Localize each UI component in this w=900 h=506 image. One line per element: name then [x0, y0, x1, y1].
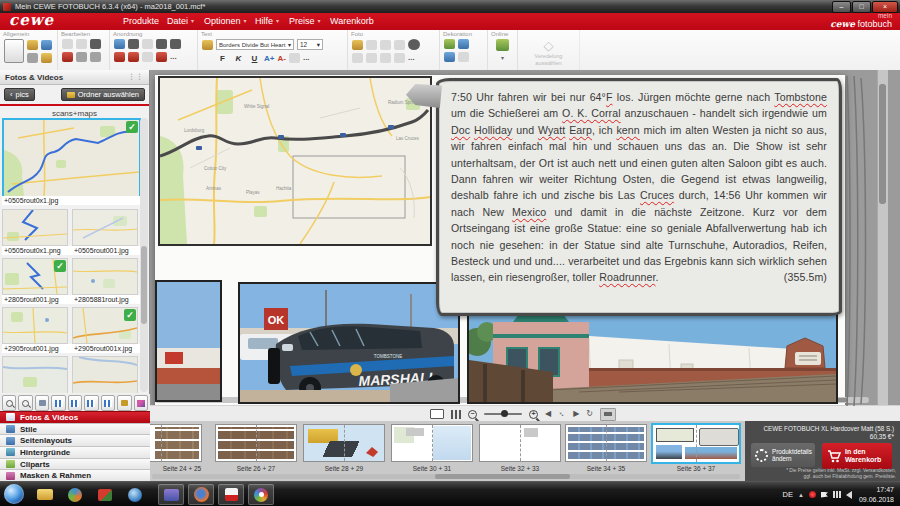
overview-grid-icon[interactable] [451, 410, 461, 419]
menu-datei[interactable]: Datei▾ [167, 16, 194, 26]
spread-view-toggle[interactable] [600, 408, 616, 421]
clock[interactable]: 17:4709.06.2018 [859, 485, 894, 504]
zoom-out-tool-icon[interactable] [2, 395, 16, 411]
menu-optionen[interactable]: Optionen▾ [204, 16, 247, 26]
bold-button[interactable]: F [216, 54, 229, 63]
delete-trash-icon[interactable] [90, 39, 101, 49]
taskbar-network-app-icon[interactable] [122, 484, 148, 505]
rotate-right-icon[interactable] [128, 52, 139, 62]
add-to-cart-button[interactable]: In den Warenkorb [822, 443, 892, 469]
panel-grip-icon[interactable]: ⋮⋮ [128, 73, 144, 81]
underline-button[interactable]: U [248, 54, 261, 63]
bring-front-icon[interactable] [142, 39, 153, 49]
network-status-icon[interactable] [833, 491, 841, 498]
page-thumb-24-25[interactable] [150, 424, 202, 462]
flip-icon[interactable] [142, 52, 153, 62]
zoom-slider[interactable] [484, 413, 522, 415]
sort-date-icon[interactable] [68, 395, 82, 411]
align-grid-icon[interactable] [114, 39, 125, 49]
diamond-icon[interactable]: ◇ [522, 39, 575, 53]
menu-warenkorb[interactable]: Warenkorb [330, 16, 374, 26]
new-project-icon[interactable] [41, 40, 52, 50]
back-to-pics-button[interactable]: ‹pics [4, 88, 35, 101]
mask-icon[interactable] [444, 52, 455, 62]
font-size-select[interactable]: 12▾ [297, 39, 323, 50]
sidebar-item-masken-rahmen[interactable]: Masken & Rahmen [0, 469, 150, 481]
photo-thumbnail[interactable] [72, 258, 138, 295]
start-button[interactable] [4, 484, 24, 504]
more-text-options-icon[interactable]: ... [303, 53, 310, 63]
photo-thumbnail[interactable] [72, 356, 138, 393]
layer-up-icon[interactable] [156, 39, 167, 49]
background-icon[interactable] [444, 39, 455, 49]
photo-thumbnail-selected[interactable]: ✓ [2, 118, 141, 198]
layer-down-icon[interactable] [170, 39, 181, 49]
taskbar-picasa-icon[interactable] [248, 484, 274, 505]
photo-left-partial[interactable] [155, 280, 222, 402]
previous-page-icon[interactable]: ◀ [545, 408, 551, 420]
zoom-in-tool-icon[interactable] [18, 395, 32, 411]
rotate-left-icon[interactable] [114, 52, 125, 62]
insert-photo-icon[interactable] [352, 40, 363, 50]
page-thumb-28-29[interactable] [303, 424, 385, 462]
photo-thumbnail[interactable]: ✓ [2, 258, 68, 295]
show-used-photos-icon[interactable] [117, 395, 131, 411]
menu-preise[interactable]: Preise▾ [289, 16, 321, 26]
photo-edit-icon[interactable] [352, 53, 363, 63]
page-thumb-30-31[interactable] [391, 424, 473, 462]
photo-swap-icon[interactable] [394, 40, 405, 50]
photo-clone-icon[interactable] [366, 53, 377, 63]
filmstrip-scrollbar[interactable] [152, 474, 740, 479]
taskbar-cewe-app-icon[interactable] [218, 484, 244, 505]
photo-rotate-icon[interactable] [380, 40, 391, 50]
photo-thumbnail[interactable] [2, 307, 68, 344]
sidebar-item-seitenlayouts[interactable]: Seitenlayouts [0, 434, 150, 446]
canvas-vertical-scrollbar[interactable] [877, 70, 888, 405]
more-photo-options-icon[interactable]: ... [408, 53, 415, 63]
sidebar-scrollbar[interactable] [140, 118, 148, 392]
minimize-button[interactable]: – [832, 1, 851, 13]
rotate-object-icon[interactable] [128, 39, 139, 49]
chevron-down-icon[interactable]: ▾ [501, 54, 504, 61]
next-page-icon[interactable]: ▶ [573, 408, 579, 420]
assistant-wand-icon[interactable] [41, 53, 52, 63]
zoom-in-icon[interactable]: + [529, 410, 538, 419]
fullscreen-icon[interactable]: ↔ [555, 407, 569, 421]
map-photo[interactable]: Lordsburg White Signal Cotton City Anima… [158, 76, 432, 246]
clipart-icon[interactable] [458, 39, 469, 49]
page-thumb-32-33[interactable] [479, 424, 561, 462]
maximize-button[interactable]: □ [852, 1, 871, 13]
remove-object-icon[interactable] [156, 52, 167, 62]
grid-view-icon[interactable] [35, 395, 49, 411]
rotate-view-icon[interactable]: ↻ [586, 408, 593, 420]
tray-app-icon[interactable] [809, 491, 816, 498]
font-smaller-button[interactable]: A- [277, 54, 285, 63]
photo-filter-icon[interactable] [408, 39, 420, 50]
tray-expand-icon[interactable]: ▲ [798, 492, 804, 498]
sidebar-item-fotos-videos[interactable]: Fotos & Videos [0, 411, 150, 423]
save-icon[interactable] [4, 39, 24, 63]
sidebar-item-cliparts[interactable]: Cliparts [0, 458, 150, 470]
photo-thumbnail[interactable] [72, 209, 138, 246]
page-thumb-34-35[interactable] [565, 424, 647, 462]
photo-thumbnail[interactable] [2, 209, 68, 246]
redo-icon[interactable] [76, 39, 87, 49]
settings-gear-icon[interactable] [27, 53, 38, 63]
zoom-out-icon[interactable]: − [468, 410, 477, 419]
choose-folder-button[interactable]: Ordner auswählen [61, 88, 145, 101]
cut-scissors-icon[interactable] [62, 52, 73, 62]
sidebar-item-hintergruende[interactable]: Hintergründe [0, 446, 150, 458]
filter-photos-icon[interactable] [134, 395, 148, 411]
menu-hilfe[interactable]: Hilfe▾ [255, 16, 279, 26]
product-details-button[interactable]: Produktdetails ändern [751, 443, 815, 467]
language-indicator[interactable]: DE [783, 490, 793, 499]
taskbar-imageviewer-icon[interactable] [92, 484, 118, 505]
photo-thumbnail[interactable]: ✓ [72, 307, 138, 344]
sort-type-icon[interactable] [84, 395, 98, 411]
text-align-icon[interactable] [289, 53, 300, 63]
sidebar-item-stile[interactable]: Stile [0, 423, 150, 435]
font-bigger-button[interactable]: A+ [264, 54, 274, 63]
taskbar-photoapp-icon[interactable] [158, 484, 184, 505]
open-project-icon[interactable] [27, 40, 38, 50]
photo-copy-icon[interactable] [366, 40, 377, 50]
